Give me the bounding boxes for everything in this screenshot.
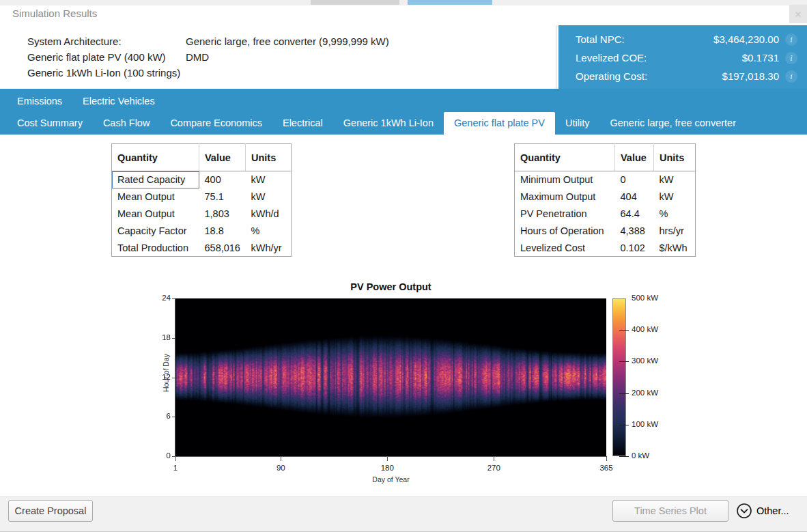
- column-header-quantity[interactable]: Quantity: [515, 144, 615, 171]
- cell-hours-of-operation[interactable]: Hours of Operation: [515, 223, 615, 240]
- total-npc-value: $3,464,230.00: [713, 33, 785, 45]
- colorbar-tick-mark: [619, 425, 629, 425]
- table-row: Mean Output 1,803 kWh/d: [112, 206, 292, 223]
- x-tick-label: 90: [267, 464, 294, 472]
- y-tick-mark: [172, 378, 175, 378]
- table-row: Hours of Operation 4,388 hrs/yr: [515, 223, 696, 240]
- colorbar-tick-label: 500 kW: [632, 294, 658, 302]
- footer-bar: Create Proposal Time Series Plot Other..…: [0, 496, 807, 532]
- cell-total-production[interactable]: Total Production: [112, 240, 199, 257]
- colorbar-tick-label: 200 kW: [632, 389, 658, 397]
- table-row: Total Production 658,016 kWh/yr: [112, 240, 292, 257]
- cell-minimum-output[interactable]: Minimum Output: [515, 171, 615, 188]
- tab-utility[interactable]: Utility: [555, 112, 599, 135]
- levelized-coe-label: Levelized COE:: [576, 52, 742, 64]
- x-tick-mark: [606, 457, 607, 461]
- table-row: Minimum Output 0 kW: [515, 171, 696, 188]
- cell-maximum-output[interactable]: Maximum Output: [515, 188, 615, 206]
- cell-capacity-factor[interactable]: Capacity Factor: [112, 223, 199, 240]
- x-tick-label: 1: [162, 464, 189, 472]
- tab-generic-large-free-converter[interactable]: Generic large, free converter: [599, 112, 746, 135]
- tab-generic-flat-plate-pv[interactable]: Generic flat plate PV: [444, 112, 555, 135]
- top-strip: [0, 0, 807, 5]
- x-tick-label: 270: [480, 464, 507, 472]
- x-tick-label: 180: [373, 464, 401, 472]
- system-architecture-label: System Architecture:: [27, 33, 186, 49]
- pv-description: Generic flat plate PV (400 kW): [27, 49, 186, 65]
- x-tick-mark: [387, 457, 388, 461]
- background-tab-remnant-blue: [408, 0, 492, 5]
- operating-cost-label: Operating Cost:: [576, 70, 722, 82]
- y-tick-label: 0: [154, 451, 171, 460]
- results-tabbar: Emissions Electric Vehicles Cost Summary…: [0, 89, 807, 135]
- y-tick-mark: [172, 417, 175, 417]
- info-icon[interactable]: i: [785, 33, 797, 46]
- table-row: Mean Output 75.1 kW: [112, 188, 292, 206]
- y-tick-mark: [172, 298, 175, 299]
- chart-title: PV Power Output: [175, 281, 606, 292]
- tab-cash-flow[interactable]: Cash Flow: [93, 112, 160, 135]
- tab-compare-economics[interactable]: Compare Economics: [160, 112, 272, 135]
- colorbar: [612, 298, 626, 456]
- tab-cost-summary[interactable]: Cost Summary: [7, 112, 93, 135]
- tab-emissions[interactable]: Emissions: [7, 92, 72, 112]
- other-label: Other...: [756, 505, 789, 516]
- battery-description: Generic 1kWh Li-Ion (100 strings): [27, 65, 186, 81]
- cell-mean-output-kwhd[interactable]: Mean Output: [112, 206, 199, 223]
- operating-cost-value: $197,018.30: [722, 70, 785, 82]
- column-header-value[interactable]: Value: [615, 144, 654, 171]
- table-row: Levelized Cost 0.102 $/kWh: [515, 240, 696, 257]
- colorbar-tick-label: 400 kW: [632, 325, 658, 333]
- y-tick-label: 18: [154, 333, 171, 341]
- column-header-units[interactable]: Units: [246, 144, 292, 171]
- page-title: Simulation Results: [12, 8, 97, 19]
- column-header-quantity[interactable]: Quantity: [112, 144, 199, 171]
- colorbar-tick-mark: [619, 456, 629, 457]
- cell-rated-capacity[interactable]: Rated Capacity: [112, 171, 199, 188]
- tab-generic-1kwh-li-ion[interactable]: Generic 1kWh Li-Ion: [333, 112, 444, 135]
- info-icon[interactable]: i: [785, 52, 797, 64]
- other-menu-button[interactable]: Other...: [736, 503, 789, 519]
- colorbar-tick-mark: [619, 393, 629, 394]
- x-tick-mark: [281, 457, 281, 461]
- close-icon[interactable]: ×: [789, 5, 807, 23]
- column-header-value[interactable]: Value: [199, 144, 246, 171]
- column-header-units[interactable]: Units: [654, 144, 696, 171]
- x-tick-label: 365: [593, 464, 620, 472]
- simulation-results-window: Simulation Results × System Architecture…: [0, 0, 807, 532]
- pv-stats-table-right: Quantity Value Units Minimum Output 0 kW…: [514, 143, 696, 257]
- y-tick-label: 6: [154, 412, 171, 420]
- info-icon[interactable]: i: [785, 70, 797, 83]
- pv-output-heatmap: [175, 298, 606, 456]
- tab-electrical[interactable]: Electrical: [272, 112, 333, 135]
- x-axis-label: Day of Year: [175, 475, 606, 484]
- colorbar-tick-label: 300 kW: [632, 356, 658, 365]
- y-tick-label: 12: [154, 373, 171, 381]
- levelized-coe-value: $0.1731: [742, 52, 785, 64]
- table-row: Capacity Factor 18.8 %: [112, 223, 292, 240]
- cell-mean-output-kw[interactable]: Mean Output: [112, 188, 199, 206]
- cell-levelized-cost[interactable]: Levelized Cost: [515, 240, 615, 257]
- table-row: PV Penetration 64.4 %: [515, 206, 696, 223]
- tab-electric-vehicles[interactable]: Electric Vehicles: [72, 92, 165, 112]
- colorbar-tick-mark: [619, 330, 629, 331]
- colorbar-tick-mark: [619, 361, 629, 362]
- load-description: DMD: [186, 49, 209, 65]
- converter-description: Generic large, free converter (9,999,999…: [186, 33, 389, 49]
- x-tick-mark: [494, 457, 494, 461]
- cell-pv-penetration[interactable]: PV Penetration: [515, 206, 615, 223]
- x-axis-line: [172, 456, 607, 457]
- pv-stats-table-left: Quantity Value Units Rated Capacity 400 …: [111, 143, 292, 257]
- chevron-down-icon: [736, 503, 752, 519]
- create-proposal-button[interactable]: Create Proposal: [8, 500, 93, 522]
- colorbar-tick-label: 100 kW: [632, 420, 658, 428]
- x-tick-mark: [175, 457, 176, 461]
- system-architecture: System Architecture: Generic large, free…: [27, 33, 389, 81]
- colorbar-tick-label: 0 kW: [632, 451, 649, 460]
- time-series-plot-button[interactable]: Time Series Plot: [612, 500, 728, 522]
- background-tab-remnant-gray: [311, 0, 399, 5]
- cost-summary-panel: Total NPC: $3,464,230.00 i Levelized COE…: [558, 25, 807, 89]
- table-row: Maximum Output 404 kW: [515, 188, 696, 206]
- table-row: Rated Capacity 400 kW: [112, 171, 292, 188]
- total-npc-label: Total NPC:: [576, 33, 713, 45]
